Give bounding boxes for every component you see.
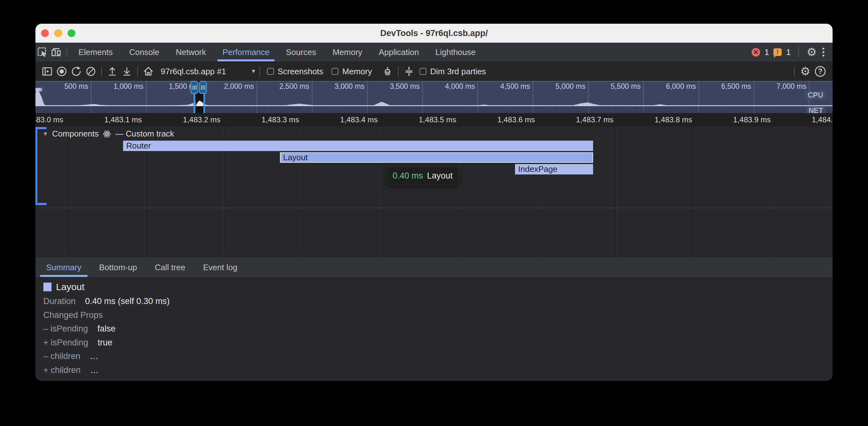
profile-name: 97r6ql.csb.app #1 — [161, 67, 226, 76]
details-tabbar: SummaryBottom-upCall treeEvent log — [35, 258, 833, 277]
toggle-sidebar-button[interactable] — [40, 64, 54, 79]
summary-row-value: … — [90, 365, 99, 375]
summary-row-value: false — [97, 324, 116, 334]
overview-tick-label: 5,500 ms — [577, 82, 641, 91]
summary-row-label: Duration — [43, 296, 75, 306]
tab-network[interactable]: Network — [168, 43, 214, 62]
save-profile-button[interactable] — [120, 64, 134, 79]
selection-left-handle[interactable] — [190, 81, 198, 94]
summary-row-value: true — [98, 338, 113, 348]
ruler-tick-label: 1,483.3 ms — [233, 116, 299, 124]
compress-tracks-button[interactable] — [402, 64, 416, 79]
tab-label: Performance — [222, 47, 270, 57]
ruler-tick-label: 1,483.5 ms — [390, 116, 457, 124]
overview-tick-label: 3,000 ms — [301, 82, 364, 91]
tabbar-right-divider — [798, 47, 799, 58]
details-tab-event-log[interactable]: Event log — [194, 258, 246, 277]
overview-tick-label: 4,000 ms — [411, 82, 475, 91]
overview-tick-label: 5,000 ms — [522, 82, 586, 91]
overview-tick-label: 1,000 ms — [80, 82, 144, 91]
details-tab-label: Summary — [46, 263, 81, 272]
minimize-window-button[interactable] — [54, 29, 62, 37]
details-tab-summary[interactable]: Summary — [37, 258, 90, 277]
load-profile-button[interactable] — [105, 64, 120, 79]
flame-gridline — [66, 126, 66, 258]
overview-tick-label: 7,000 ms — [743, 82, 806, 91]
overview-tick-label: 6,000 ms — [633, 82, 696, 91]
close-window-button[interactable] — [41, 29, 49, 37]
details-tab-bottom-up[interactable]: Bottom-up — [90, 258, 146, 277]
window-title: DevTools - 97r6ql.csb.app/ — [380, 28, 488, 38]
capture-settings-gear-icon[interactable]: ⚙ — [800, 66, 810, 77]
toolbar-divider — [101, 66, 102, 76]
memory-label[interactable]: Memory — [342, 67, 372, 76]
selection-right-handle[interactable] — [199, 81, 207, 94]
issue-count[interactable]: 1 — [786, 47, 790, 57]
screenshots-checkbox[interactable] — [267, 68, 274, 75]
help-button[interactable]: ? — [813, 64, 828, 79]
summary-pane: Layout Duration0.40 ms (self 0.30 ms)Cha… — [35, 277, 833, 381]
overview-baseline-dashed — [35, 105, 833, 106]
flame-bar-router[interactable]: Router — [123, 141, 593, 151]
collapse-triangle-icon[interactable]: ▼ — [42, 131, 49, 137]
ruler-tick-label: 1,483.4 ms — [311, 116, 378, 124]
flame-chart[interactable]: ▼ Components — Custom track RouterLayout… — [35, 126, 833, 258]
memory-checkbox[interactable] — [332, 68, 338, 75]
navigate-home-button[interactable] — [141, 64, 156, 79]
garbage-brush-icon — [382, 66, 393, 77]
overview-tick-label: 2,500 ms — [246, 82, 309, 91]
window-controls — [41, 29, 75, 37]
flame-bar-indexpage[interactable]: IndexPage — [515, 164, 593, 174]
tab-application[interactable]: Application — [370, 43, 427, 62]
network-lane — [35, 106, 833, 113]
tab-performance[interactable]: Performance — [214, 43, 278, 62]
dim-3rd-parties-label[interactable]: Dim 3rd parties — [430, 67, 486, 76]
screenshots-label[interactable]: Screenshots — [278, 67, 323, 76]
details-tab-call-tree[interactable]: Call tree — [146, 258, 194, 277]
maximize-window-button[interactable] — [68, 29, 75, 37]
ruler-tick-label: 1,483.7 ms — [547, 116, 614, 124]
tab-elements[interactable]: Elements — [70, 43, 121, 62]
window-titlebar[interactable]: DevTools - 97r6ql.csb.app/ — [35, 24, 833, 43]
settings-gear-icon[interactable]: ⚙ — [807, 46, 817, 58]
details-tab-label: Event log — [203, 263, 237, 272]
active-tab-underline — [217, 59, 275, 61]
tab-sources[interactable]: Sources — [278, 43, 324, 62]
summary-row-label: + isPending — [43, 338, 88, 348]
tab-label: Network — [176, 47, 206, 57]
tab-memory[interactable]: Memory — [324, 43, 370, 62]
collect-garbage-button[interactable] — [380, 64, 395, 79]
clear-recordings-button[interactable] — [84, 64, 98, 79]
record-button[interactable] — [54, 64, 69, 79]
summary-row-label: + children — [43, 365, 81, 375]
dim-3rd-parties-checkbox[interactable] — [420, 68, 426, 75]
timeline-overview[interactable]: 500 ms1,000 ms1,500 ms2,000 ms2,500 ms3,… — [35, 81, 833, 113]
summary-row: + isPendingtrue — [43, 337, 112, 348]
error-count[interactable]: 1 — [765, 47, 769, 57]
tab-label: Memory — [333, 47, 362, 57]
summary-row-label: – isPending — [43, 324, 88, 334]
error-badge-icon[interactable]: ✕ — [752, 48, 760, 57]
device-toolbar-button[interactable] — [49, 45, 63, 59]
tabbar-divider — [66, 47, 67, 58]
profile-history-dropdown[interactable]: 97r6ql.csb.app #1 ▼ — [161, 67, 256, 76]
inspect-element-button[interactable] — [35, 45, 49, 59]
toolbar-divider — [137, 66, 138, 76]
track-title-suffix: — Custom track — [115, 129, 174, 139]
chevron-down-icon: ▼ — [251, 68, 256, 74]
devtools-tabbar: ElementsConsoleNetworkPerformanceSources… — [35, 43, 833, 62]
cpu-lane-label: CPU — [805, 91, 826, 100]
compress-icon — [404, 66, 414, 77]
track-header[interactable]: ▼ Components — Custom track — [42, 129, 174, 139]
toolbar-divider — [794, 66, 795, 76]
record-and-reload-button[interactable] — [69, 64, 84, 79]
block-icon — [85, 66, 96, 77]
issues-badge-icon[interactable]: ! — [773, 48, 782, 56]
net-lane-label: NET — [806, 106, 826, 113]
more-options-menu-icon[interactable] — [821, 46, 826, 58]
tab-lighthouse[interactable]: Lighthouse — [427, 43, 484, 62]
ruler-tick-label: 1,483.0 ms — [35, 116, 63, 124]
overview-tick-label: 3,500 ms — [356, 82, 420, 91]
tab-console[interactable]: Console — [121, 43, 167, 62]
flame-bar-layout[interactable]: Layout — [280, 152, 593, 163]
